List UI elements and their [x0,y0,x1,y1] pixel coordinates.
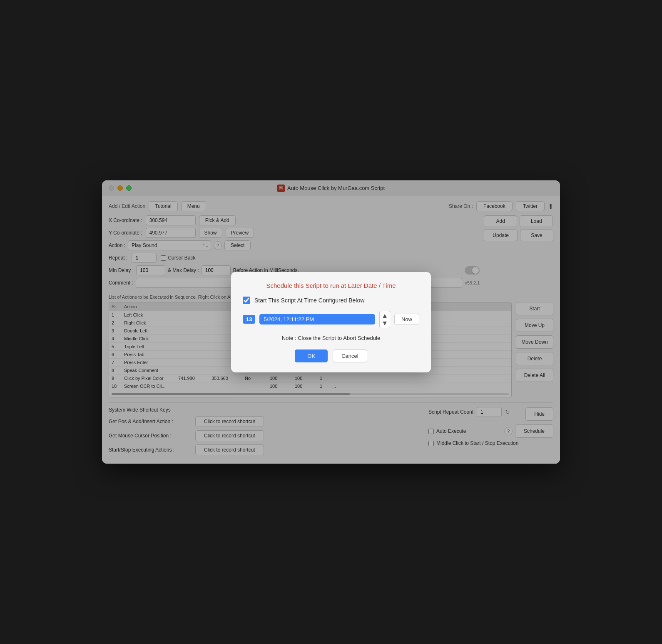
modal-buttons: OK Cancel [243,349,419,362]
schedule-modal: Schedule this Script to run at Later Dat… [231,272,431,372]
modal-checkbox-label: Start This Script At Time Configured Bel… [254,297,364,304]
modal-stepper[interactable]: ▲ ▼ [379,311,390,328]
modal-checkbox-row: Start This Script At Time Configured Bel… [243,297,419,304]
modal-start-checkbox[interactable] [243,297,250,304]
modal-ok-button[interactable]: OK [295,349,328,362]
modal-cancel-button[interactable]: Cancel [333,349,367,362]
modal-overlay: Schedule this Script to run at Later Dat… [102,180,560,464]
main-window: M Auto Mouse Click by MurGaa.com Script … [102,180,560,464]
modal-note: Note : Close the Script to Abort Schedul… [243,335,419,341]
modal-now-button[interactable]: Now [394,314,419,325]
modal-title: Schedule this Script to run at Later Dat… [243,282,419,289]
modal-date-badge: 13 [243,315,255,324]
modal-datetime-input[interactable]: 5/2024, 12:11:22 PM [259,314,375,324]
modal-datetime-row: 13 5/2024, 12:11:22 PM ▲ ▼ Now [243,311,419,328]
